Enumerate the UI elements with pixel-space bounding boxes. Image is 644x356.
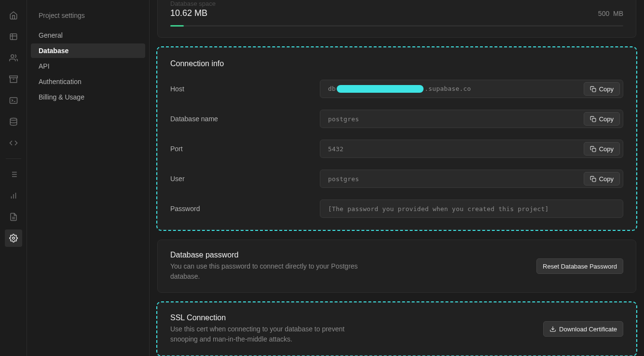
users-icon[interactable]	[5, 49, 22, 67]
db-password-card: Database password You can use this passw…	[157, 240, 636, 293]
sidebar-item-label: Authentication	[39, 78, 82, 85]
password-value: [The password you provided when you crea…	[328, 205, 549, 213]
copy-label: Copy	[599, 85, 614, 93]
svg-point-8	[10, 118, 17, 121]
svg-rect-0	[10, 34, 17, 40]
copy-icon	[590, 86, 596, 92]
host-prefix: db	[328, 85, 336, 92]
field-label-password: Password	[170, 205, 320, 213]
usage-limit: 500 MB	[598, 10, 623, 17]
field-value-user: postgres Copy	[320, 170, 623, 188]
host-redacted	[337, 85, 424, 93]
reset-password-button[interactable]: Reset Database Password	[536, 258, 623, 274]
field-label-user: User	[170, 175, 320, 183]
download-icon	[549, 326, 556, 332]
sidebar-item-label: Billing & Usage	[39, 93, 84, 101]
host-value: db.supabase.co	[328, 85, 471, 93]
field-value-port: 5432 Copy	[320, 140, 623, 158]
terminal-icon[interactable]	[5, 92, 22, 109]
svg-point-20	[12, 237, 14, 240]
sidebar-item-api[interactable]: API	[31, 59, 145, 73]
copy-icon	[590, 146, 596, 152]
svg-rect-6	[10, 98, 17, 103]
svg-point-3	[11, 55, 14, 57]
svg-rect-4	[9, 76, 17, 78]
field-value-dbname: postgres Copy	[320, 110, 623, 128]
table-icon[interactable]	[5, 28, 22, 45]
copy-label: Copy	[599, 175, 614, 183]
field-label-dbname: Database name	[170, 115, 320, 123]
sidebar-item-label: API	[39, 62, 50, 70]
copy-host-button[interactable]: Copy	[584, 82, 620, 96]
archive-icon[interactable]	[5, 71, 22, 88]
usage-card: Database space 10.62 MB 500 MB	[157, 0, 636, 38]
file-icon[interactable]	[5, 208, 22, 226]
ssl-card: SSL Connection Use this cert when connec…	[157, 302, 636, 356]
svg-rect-22	[592, 118, 596, 121]
code-icon[interactable]	[5, 134, 22, 152]
host-suffix: .supabase.co	[425, 85, 471, 92]
download-cert-label: Download Certificate	[559, 326, 617, 333]
field-value-host: db.supabase.co Copy	[320, 80, 623, 98]
db-password-title: Database password	[170, 251, 373, 259]
copy-dbname-button[interactable]: Copy	[584, 112, 620, 126]
settings-sidebar: Project settings General Database API Au…	[27, 0, 150, 356]
connection-info-card: Connection info Host db.supabase.co Copy…	[157, 47, 636, 230]
svg-rect-23	[592, 148, 596, 151]
dbname-value: postgres	[328, 115, 359, 123]
sidebar-item-database[interactable]: Database	[31, 43, 145, 58]
field-row-dbname: Database name postgres Copy	[158, 104, 636, 134]
sidebar-item-label: General	[39, 31, 63, 39]
iconbar-divider	[6, 158, 21, 159]
usage-progress-fill	[170, 25, 184, 27]
sidebar-item-general[interactable]: General	[31, 28, 145, 43]
usage-value: 10.62 MB	[170, 8, 207, 18]
connection-info-title: Connection info	[170, 59, 623, 68]
svg-rect-21	[592, 88, 596, 91]
copy-icon	[590, 116, 596, 122]
home-icon[interactable]	[5, 7, 22, 24]
copy-port-button[interactable]: Copy	[584, 142, 620, 156]
port-value: 5432	[328, 145, 343, 153]
copy-user-button[interactable]: Copy	[584, 172, 620, 185]
svg-rect-24	[592, 178, 596, 181]
ssl-title: SSL Connection	[170, 313, 373, 322]
field-row-user: User postgres Copy	[158, 164, 636, 194]
db-password-desc: You can use this password to connect dir…	[170, 261, 373, 282]
field-row-port: Port 5432 Copy	[158, 134, 636, 164]
sidebar-item-label: Database	[39, 47, 69, 55]
chart-icon[interactable]	[5, 187, 22, 204]
download-cert-button[interactable]: Download Certificate	[543, 321, 623, 337]
sidebar-item-authentication[interactable]: Authentication	[31, 74, 145, 89]
user-value: postgres	[328, 175, 359, 183]
sidebar-item-billing[interactable]: Billing & Usage	[31, 90, 145, 104]
usage-progress	[170, 25, 623, 27]
copy-icon	[590, 176, 596, 182]
icon-sidebar	[0, 0, 27, 356]
copy-label: Copy	[599, 145, 614, 153]
main-content: Database space 10.62 MB 500 MB Connectio…	[150, 0, 644, 356]
copy-label: Copy	[599, 115, 614, 123]
usage-label: Database space	[170, 0, 623, 7]
sidebar-header: Project settings	[31, 5, 145, 28]
field-label-port: Port	[170, 145, 320, 153]
usage-limit-unit: MB	[613, 10, 623, 17]
field-row-host: Host db.supabase.co Copy	[158, 74, 636, 104]
gear-icon[interactable]	[5, 229, 22, 247]
field-label-host: Host	[170, 85, 320, 93]
usage-limit-value: 500	[598, 10, 609, 17]
list-icon[interactable]	[5, 166, 22, 183]
reset-password-label: Reset Database Password	[543, 263, 617, 270]
database-icon[interactable]	[5, 113, 22, 130]
field-row-password: Password [The password you provided when…	[158, 194, 636, 229]
field-value-password: [The password you provided when you crea…	[320, 199, 623, 218]
ssl-desc: Use this cert when connecting to your da…	[170, 324, 373, 344]
